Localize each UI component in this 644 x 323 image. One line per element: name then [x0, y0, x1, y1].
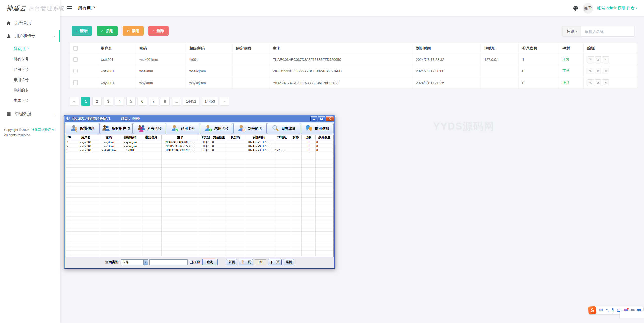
win-cell: 0 — [211, 148, 227, 152]
page-button[interactable]: 5 — [126, 97, 136, 106]
win-cell — [141, 148, 161, 152]
minimize-button[interactable] — [310, 116, 317, 121]
page-button[interactable]: 14452 — [183, 97, 199, 106]
svg-text:✓: ✓ — [176, 129, 178, 131]
win-toolbar-user-check-button[interactable]: ✓已用卡号 — [167, 123, 199, 134]
sogou-logo-icon[interactable]: S — [588, 306, 597, 314]
sidebar-subitem[interactable]: 未用卡号 — [0, 74, 60, 85]
desktop-app-window: 启动成功,神盾网络验证V1 端口： 9000 X 配置信息所有用户_3所有卡号✓… — [64, 115, 335, 269]
sidebar-item-dashboard[interactable]: 后台首页 — [0, 16, 60, 29]
prev-page-button[interactable]: « — [70, 97, 79, 106]
delete-button[interactable]: ×删除 — [148, 26, 169, 36]
next-page-button[interactable]: 下一页 — [268, 259, 282, 265]
win-toolbar-search-button[interactable]: 日在线量 — [267, 123, 300, 134]
win-toolbar-config-user-button[interactable]: 配置信息 — [66, 123, 99, 134]
prev-page-button[interactable]: 上一页 — [239, 259, 253, 265]
win-grid-row[interactable]: 2wszk001wszkmmwszkcjmmZKFD5533C636722...… — [66, 144, 333, 148]
win-grid-row[interactable]: 3wstk001wstk001mmtk001TKAEC03AEC037D3...… — [66, 148, 333, 152]
sidebar-subitem[interactable]: 所有用户 — [0, 44, 60, 54]
win-toolbar-user-group-button[interactable]: 所有卡号 — [133, 123, 166, 134]
page-ellipsis[interactable]: ... — [172, 97, 181, 106]
win-grid-empty-row — [66, 164, 333, 167]
search-icon — [272, 124, 279, 133]
edit-icon[interactable]: ✎ — [587, 68, 594, 74]
row-select-cell — [70, 65, 97, 77]
chinese-mode-icon[interactable]: 中 — [599, 308, 603, 313]
win-grid-empty-row — [66, 156, 333, 160]
add-button[interactable]: +新增 — [72, 26, 92, 36]
copyright-link[interactable]: 神盾网络验证 V1 — [31, 128, 56, 132]
page-button[interactable]: 6 — [138, 97, 147, 106]
win-toolbar-chat-button[interactable]: 试用信息 — [301, 123, 334, 134]
user-group-icon — [138, 124, 145, 133]
select-all-checkbox[interactable] — [73, 46, 78, 51]
menu-toggle-icon[interactable] — [67, 5, 72, 11]
delete-icon[interactable]: × — [602, 56, 609, 63]
query-type-select[interactable]: 卡号 ▼ — [121, 259, 148, 265]
disable-button[interactable]: ⊘禁用 — [123, 26, 144, 36]
sidebar-item-data[interactable]: 管理数据 › — [0, 107, 60, 120]
edit-icon[interactable]: ✎ — [587, 56, 594, 63]
theme-palette-icon[interactable] — [573, 5, 579, 11]
page-button[interactable]: 2 — [92, 97, 102, 106]
win-toolbar-user-plus-button[interactable]: +未用卡号 — [200, 123, 233, 134]
status-badge: 正常 — [559, 77, 584, 89]
page-button[interactable]: 14453 — [202, 97, 218, 106]
avatar[interactable]: 先干 — [582, 2, 594, 14]
account-dropdown[interactable]: 账号:admin权限:作者 ▾ — [597, 6, 637, 11]
window-body: 配置信息所有用户_3所有卡号✓已用卡号+未用卡号✕封停的卡日在线量试用信息 ID… — [65, 122, 334, 268]
page-button[interactable]: 3 — [104, 97, 113, 106]
win-cell: 1 — [66, 140, 72, 144]
sidebar-subitem[interactable]: 停封的卡 — [0, 85, 60, 95]
query-input[interactable] — [149, 259, 188, 265]
copyright: Copyright © 2024. 神盾网络验证 V1 All rights r… — [0, 127, 60, 138]
sidebar-subitem[interactable]: 所有卡号 — [0, 54, 60, 64]
sidebar-subitem[interactable]: 已用卡号 — [0, 64, 60, 74]
config-user-icon — [70, 124, 78, 133]
window-titlebar[interactable]: 启动成功,神盾网络验证V1 端口： 9000 X — [64, 115, 335, 122]
search-filter: 标题 ▾ — [562, 26, 634, 37]
page-button[interactable]: 8 — [160, 97, 170, 106]
win-column-header: 用户名 — [72, 135, 99, 140]
column-header: 用户名 — [97, 43, 136, 54]
sidebar-item-users-cards[interactable]: 用户和卡号 ˅ — [0, 29, 60, 43]
page-button[interactable]: 4 — [115, 97, 124, 106]
first-page-button[interactable]: 首页 — [227, 259, 237, 265]
close-button[interactable]: X — [326, 116, 334, 121]
mic-icon[interactable] — [611, 308, 614, 312]
search-input[interactable] — [581, 26, 634, 37]
row-checkbox[interactable] — [73, 80, 78, 85]
enable-button[interactable]: ✓启用 — [97, 26, 118, 36]
row-checkbox[interactable] — [73, 69, 78, 73]
page-button[interactable]: 7 — [149, 97, 158, 106]
query-button[interactable]: 查询 — [202, 259, 218, 265]
query-type-value: 卡号 — [121, 260, 143, 264]
edit-icon[interactable]: ✎ — [587, 79, 594, 86]
action-toolbar: +新增 ✓启用 ⊘禁用 ×删除 — [72, 26, 169, 36]
win-cell: 周卡 — [199, 144, 211, 148]
ban-icon[interactable]: ⊘ — [595, 79, 601, 86]
sidebar-subitem[interactable]: 生成卡号 — [0, 95, 60, 105]
win-column-header: 主卡 — [162, 135, 199, 140]
filter-field-dropdown[interactable]: 标题 ▾ — [562, 26, 581, 37]
ban-icon[interactable]: ⊘ — [595, 56, 601, 63]
win-grid-empty-row — [66, 235, 333, 239]
win-toolbar-user-block-button[interactable]: ✕封停的卡 — [233, 123, 266, 134]
punctuation-icon[interactable]: °, — [606, 308, 609, 312]
win-grid-empty-row — [66, 231, 333, 235]
delete-icon[interactable]: × — [602, 79, 609, 86]
fuzzy-checkbox[interactable] — [190, 261, 193, 264]
win-grid-empty-row — [66, 152, 333, 156]
page-button[interactable]: 1 — [81, 97, 90, 106]
ban-icon[interactable]: ⊘ — [595, 68, 601, 74]
win-toolbar-users-button[interactable]: 所有用户_3 — [99, 123, 132, 134]
maximize-button[interactable] — [318, 116, 325, 121]
row-checkbox[interactable] — [73, 57, 78, 62]
delete-icon[interactable]: × — [602, 68, 609, 74]
row-select-cell — [70, 77, 97, 89]
table-row: wsyk001wsykmmwsykcjmmYK4624F74CA20EF6338… — [70, 77, 637, 89]
win-grid-row[interactable]: 1wsyk001wsykmmwsykcjmmYK4624F74CA20EF...… — [66, 140, 333, 144]
last-page-button[interactable]: 尾页 — [284, 259, 294, 265]
next-page-button[interactable]: » — [220, 97, 229, 106]
win-column-header: 卡类型 — [199, 135, 211, 140]
